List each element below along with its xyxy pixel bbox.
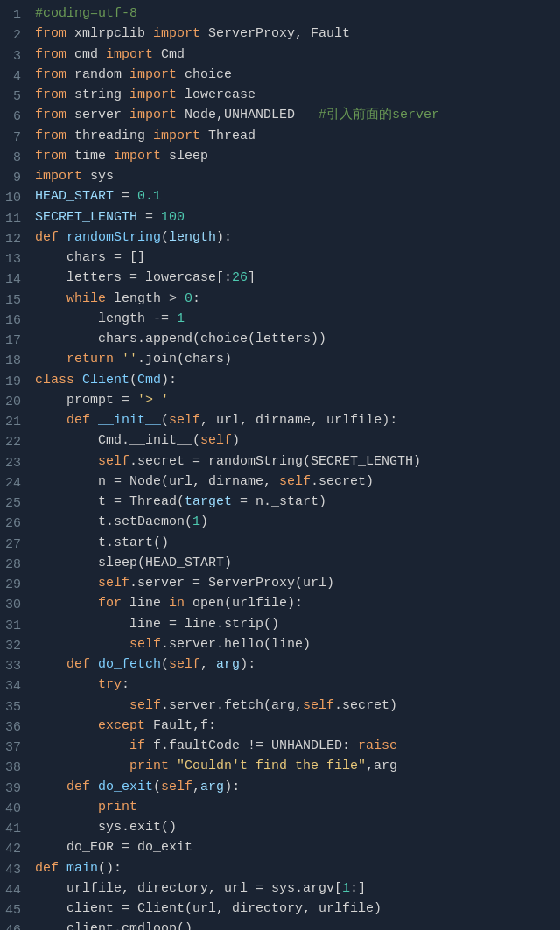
- code-token: (: [130, 373, 137, 388]
- line-number: 10: [0, 188, 21, 208]
- code-line: t.setDaemon(1): [35, 512, 560, 532]
- code-token: self: [200, 433, 232, 448]
- code-line: chars.append(choice(letters)): [35, 329, 560, 349]
- code-token: self: [130, 637, 161, 652]
- line-number: 36: [0, 717, 21, 738]
- code-token: Fault,f:: [145, 718, 216, 733]
- code-token: sleep(HEAD_START): [35, 556, 232, 570]
- code-token: try: [98, 677, 122, 692]
- code-token: #引入前面的server: [318, 108, 439, 122]
- code-token: print: [130, 759, 169, 773]
- code-token: [35, 698, 130, 713]
- code-token: ):: [161, 373, 177, 388]
- code-token: .secret = randomString(SECRET_LENGTH): [130, 454, 421, 469]
- code-token: [114, 352, 122, 367]
- code-token: ,: [192, 780, 200, 794]
- code-line: from xmlrpclib import ServerProxy, Fault: [35, 24, 560, 44]
- code-token: (: [153, 780, 161, 794]
- code-token: #coding=utf-8: [35, 6, 137, 21]
- code-line: try:: [35, 675, 560, 695]
- code-line: client = Client(url, directory, urlfile): [35, 899, 560, 919]
- line-number: 4: [0, 66, 21, 87]
- code-token: :: [192, 291, 200, 306]
- code-token: (: [161, 657, 169, 672]
- code-token: server: [66, 108, 130, 122]
- code-token: [35, 413, 66, 428]
- code-token: import: [130, 87, 177, 102]
- line-number: 38: [0, 758, 21, 778]
- code-token: prompt =: [35, 393, 137, 408]
- code-token: [35, 738, 130, 753]
- code-token: def: [66, 413, 90, 428]
- code-token: in: [169, 596, 185, 611]
- code-token: xmlrpclib: [66, 26, 153, 41]
- line-number: 30: [0, 595, 21, 615]
- code-token: for: [98, 596, 122, 611]
- code-token: line: [122, 596, 169, 611]
- code-line: n = Node(url, dirname, self.secret): [35, 472, 560, 492]
- code-line: self.server.fetch(arg,self.secret): [35, 696, 560, 716]
- code-line: def main():: [35, 858, 560, 878]
- code-token: [35, 637, 130, 652]
- code-token: if: [130, 738, 145, 753]
- code-token: [35, 800, 98, 815]
- code-token: import: [153, 26, 200, 41]
- code-line: print: [35, 797, 560, 817]
- line-number: 15: [0, 290, 21, 311]
- line-number: 14: [0, 269, 21, 290]
- code-token: 1: [192, 514, 200, 529]
- line-number: 2: [0, 25, 21, 45]
- code-token: [90, 413, 98, 428]
- code-token: Client: [82, 373, 130, 388]
- code-line: def randomString(length):: [35, 227, 560, 248]
- code-line: sys.exit(): [35, 817, 560, 837]
- code-line: #coding=utf-8: [35, 3, 560, 24]
- code-token: threading: [66, 129, 153, 143]
- code-token: Cmd: [137, 373, 161, 388]
- code-editor: 1234567891011121314151617181920212223242…: [0, 0, 560, 930]
- code-line: client.cmdloop(): [35, 919, 560, 930]
- code-token: open(urlfile):: [185, 596, 303, 611]
- code-token: arg: [216, 657, 240, 672]
- line-number: 33: [0, 656, 21, 676]
- code-token: t = Thread(: [35, 494, 185, 509]
- code-token: self: [169, 657, 200, 672]
- code-token: ):: [240, 657, 256, 672]
- code-line: do_EOR = do_exit: [35, 837, 560, 857]
- code-line: line = line.strip(): [35, 614, 560, 634]
- line-number: 28: [0, 555, 21, 575]
- code-token: , url, dirname, urlfile):: [200, 413, 397, 428]
- code-line: chars = []: [35, 248, 560, 268]
- code-token: do_exit: [98, 780, 153, 794]
- code-line: self.secret = randomString(SECRET_LENGTH…: [35, 451, 560, 472]
- code-token: ):: [216, 230, 232, 245]
- code-line: def do_fetch(self, arg):: [35, 654, 560, 675]
- line-number: 9: [0, 168, 21, 188]
- code-line: for line in open(urlfile):: [35, 593, 560, 613]
- code-line: from string import lowercase: [35, 85, 560, 105]
- line-number: 1: [0, 5, 21, 25]
- code-line: t = Thread(target = n._start): [35, 492, 560, 512]
- code-token: ,: [200, 657, 216, 672]
- code-token: ): [200, 514, 208, 529]
- code-token: :: [122, 677, 130, 692]
- code-token: ):: [224, 780, 240, 794]
- code-token: Cmd: [153, 47, 185, 62]
- code-token: Node,UNHANDLED: [177, 108, 318, 122]
- code-token: import: [106, 47, 153, 62]
- line-number: 11: [0, 209, 21, 229]
- code-token: [90, 780, 98, 794]
- line-number-gutter: 1234567891011121314151617181920212223242…: [0, 3, 28, 930]
- code-token: except: [98, 718, 145, 733]
- code-token: .server.fetch(arg,: [161, 698, 303, 713]
- code-token: import: [114, 149, 161, 164]
- code-token: SECRET_LENGTH: [35, 210, 137, 225]
- code-token: letters = lowercase[:: [35, 270, 232, 285]
- line-number: 6: [0, 107, 21, 127]
- line-number: 41: [0, 819, 21, 839]
- code-line: letters = lowercase[:26]: [35, 268, 560, 288]
- line-number: 20: [0, 392, 21, 412]
- line-number: 18: [0, 351, 21, 371]
- code-token: client.cmdloop(): [35, 921, 192, 930]
- code-token: choice: [177, 67, 232, 82]
